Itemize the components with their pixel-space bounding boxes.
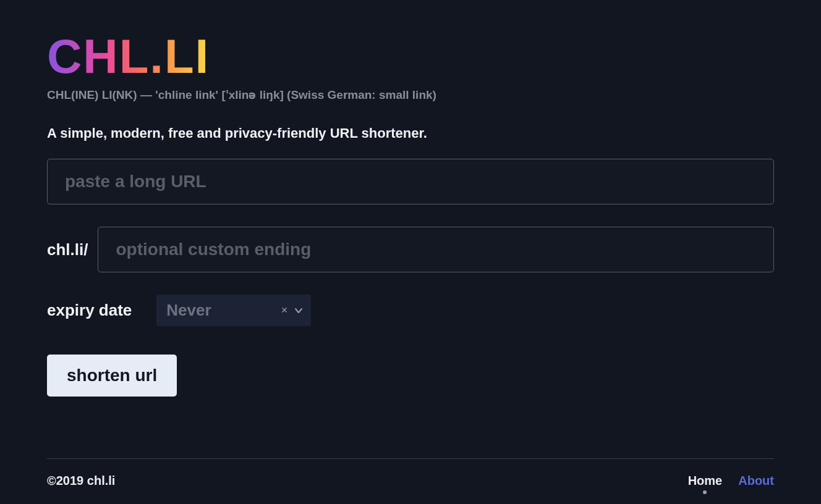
expiry-label: expiry date <box>47 301 132 320</box>
footer-link-about[interactable]: About <box>738 474 774 488</box>
custom-ending-input[interactable] <box>98 227 774 272</box>
url-row <box>47 159 774 204</box>
footer-link-label: About <box>738 474 774 488</box>
prefix-label: chl.li/ <box>47 240 88 259</box>
expiry-row: expiry date Never × <box>47 295 774 326</box>
footer-link-home[interactable]: Home <box>688 474 723 494</box>
page-container: CHL.LI CHL(INE) LI(NK) — 'chline link' [… <box>0 0 821 494</box>
footer-nav: Home About <box>688 474 774 494</box>
url-input[interactable] <box>47 159 774 204</box>
logo: CHL.LI <box>47 32 210 80</box>
shorten-button[interactable]: shorten url <box>47 355 177 397</box>
tagline: CHL(INE) LI(NK) — 'chline link' [ˈxlinə … <box>47 88 774 102</box>
footer-copyright: ©2019 chl.li <box>47 474 115 488</box>
footer: ©2019 chl.li Home About <box>47 458 774 494</box>
custom-row: chl.li/ <box>47 227 774 272</box>
close-icon[interactable]: × <box>279 304 291 317</box>
expiry-select-value: Never <box>166 301 274 320</box>
subtitle: A simple, modern, free and privacy-frien… <box>47 125 774 141</box>
active-indicator-dot <box>703 490 707 494</box>
expiry-select[interactable]: Never × <box>156 295 311 326</box>
chevron-down-icon[interactable] <box>294 306 304 316</box>
footer-link-label: Home <box>688 474 723 488</box>
